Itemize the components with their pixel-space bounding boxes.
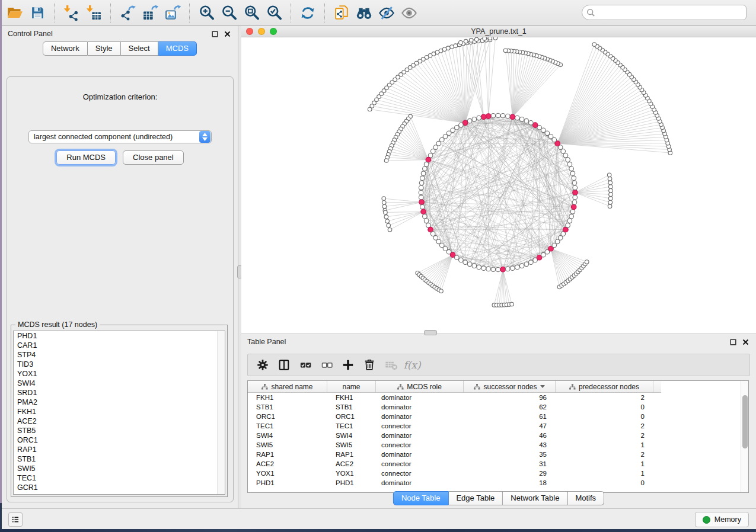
mcds-result-item[interactable]: TID3 [14,360,225,369]
select-all-rows-button[interactable] [296,356,314,374]
table-type-tabs: Node TableEdge TableNetwork TableMotifs [393,491,604,505]
table-row[interactable]: YOX1YOX1connector291 [248,469,748,478]
table-cell: 96 [464,394,556,401]
export-table-button[interactable] [139,2,161,24]
zoom-out-button[interactable] [218,2,240,24]
splitter-handle-icon[interactable] [424,330,437,335]
import-network-icon [63,5,79,21]
column-header-predecessor-nodes[interactable]: predecessor nodes [556,381,653,392]
tab-node-table[interactable]: Node Table [393,491,449,505]
table-cell: 2 [556,451,653,458]
zoom-selected-button[interactable] [263,2,285,24]
zoom-in-button[interactable] [195,2,218,24]
zoom-fit-button[interactable] [240,2,263,24]
mcds-result-item[interactable]: ACE2 [14,416,225,426]
list-scrollbar[interactable] [217,331,225,494]
mcds-result-item[interactable]: ORC1 [14,435,225,445]
tab-mcds[interactable]: MCDS [158,41,197,56]
mcds-result-item[interactable]: FKH1 [14,407,225,416]
mcds-result-item[interactable]: TEC1 [14,473,225,483]
minimize-window-icon[interactable] [258,28,265,35]
mcds-result-item[interactable]: SWI4 [14,379,225,388]
table-row[interactable]: RAP1RAP1dominator352 [248,450,748,459]
table-cell: connector [376,460,464,467]
column-type-icon [261,384,268,390]
table-scrollbar[interactable] [741,381,748,492]
mcds-result-item[interactable]: RAP1 [14,445,225,454]
add-column-button[interactable] [339,356,357,374]
table-cell: connector [376,441,464,448]
close-panel-button[interactable]: Close panel [123,150,184,165]
network-canvas[interactable] [241,37,756,334]
delete-column-button[interactable] [361,356,378,374]
table-row[interactable]: SWI5SWI5connector431 [248,440,748,450]
toolbar-separator [110,4,111,23]
table-row[interactable]: ORC1ORC1dominator610 [248,412,748,421]
search-icon [586,8,595,17]
table-settings-button[interactable] [254,356,272,374]
tab-select[interactable]: Select [121,41,158,56]
automation-panel-button[interactable] [8,512,23,527]
table-cell: RAP1 [327,451,376,458]
float-panel-icon[interactable] [210,29,219,39]
mcds-result-item[interactable]: PMA2 [14,398,225,407]
mcds-result-item[interactable]: STP4 [14,350,225,360]
gear-icon [256,358,269,371]
column-header-successor-nodes[interactable]: successor nodes [464,381,556,392]
hide-selected-button[interactable] [375,2,398,24]
import-table-button[interactable] [82,2,105,24]
tab-motifs[interactable]: Motifs [567,491,604,505]
export-network-button[interactable] [116,2,139,24]
export-image-button[interactable] [161,2,184,24]
mcds-result-item[interactable]: PHD1 [14,331,225,341]
column-type-icon [397,384,404,390]
memory-button[interactable]: Memory [695,512,749,527]
mcds-result-item[interactable]: CAR1 [14,341,225,350]
mcds-result-item[interactable]: YOX1 [14,369,225,379]
run-mcds-button[interactable]: Run MCDS [56,150,116,165]
float-panel-icon[interactable] [728,337,738,347]
save-session-button[interactable] [26,2,49,24]
close-panel-icon[interactable] [741,337,750,347]
table-row[interactable]: STB1STB1dominator620 [248,402,748,412]
show-columns-button[interactable] [275,356,293,374]
table-row[interactable]: PHD1PHD1dominator180 [248,478,748,488]
tab-edge-table[interactable]: Edge Table [448,491,503,505]
table-row[interactable]: TEC1TEC1connector472 [248,421,748,431]
deselect-all-rows-button[interactable] [318,356,336,374]
search-input[interactable] [598,7,746,18]
mcds-result-item[interactable]: GCR1 [14,483,225,492]
control-panel-title: Control Panel [8,30,207,38]
tab-style[interactable]: Style [88,41,121,56]
import-network-button[interactable] [60,2,82,24]
column-header-MCDS-role[interactable]: MCDS role [376,381,464,392]
mcds-result-item[interactable]: STB5 [14,426,225,435]
clone-network-button[interactable] [330,2,353,24]
scrollbar-thumb[interactable] [742,395,748,448]
refresh-layout-button[interactable] [296,2,319,24]
table-row[interactable]: ACE2ACE2connector311 [248,459,748,469]
main-toolbar [0,0,756,26]
mcds-result-item[interactable]: SWI5 [14,464,225,473]
show-all-button[interactable] [398,2,420,24]
table-cell: 18 [464,479,556,486]
maximize-window-icon[interactable] [270,28,277,35]
tab-network-table[interactable]: Network Table [503,491,567,505]
application-window: Control Panel NetworkStyleSelectMCDS Opt… [0,0,756,532]
open-session-button[interactable] [4,2,26,24]
column-header-shared-name[interactable]: shared name [248,381,327,392]
close-window-icon[interactable] [246,28,253,35]
mcds-result-item[interactable]: SRD1 [14,388,225,398]
find-button[interactable] [353,2,375,24]
mcds-result-title: MCDS result (17 nodes) [15,321,100,329]
clone-network-icon [334,5,350,21]
mcds-result-item[interactable]: STB1 [14,454,225,464]
table-row[interactable]: SWI4SWI4dominator462 [248,431,748,440]
table-toolbar: f(x) [247,354,750,376]
table-body: FKH1FKH1dominator962STB1STB1dominator620… [248,393,748,488]
column-header-name[interactable]: name [327,381,376,392]
table-row[interactable]: FKH1FKH1dominator962 [248,393,748,402]
close-panel-icon[interactable] [222,29,232,39]
tab-network[interactable]: Network [43,41,88,56]
criterion-select[interactable]: largest connected component (undirected) [28,130,212,143]
